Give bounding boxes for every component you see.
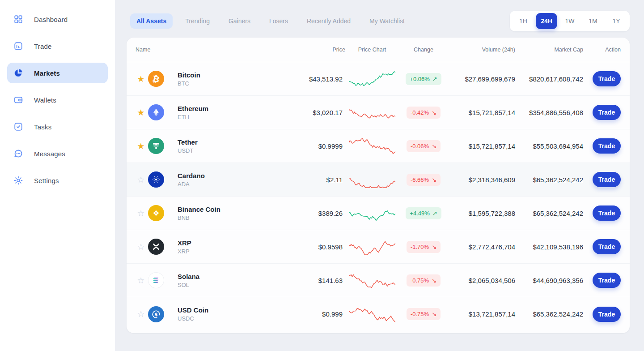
sidebar-item-trade[interactable]: Trade [7,36,108,56]
usdt-coin-icon [148,138,164,154]
price-sparkline-chart [345,136,399,156]
coin-symbol: BNB [178,214,292,221]
sidebar-item-label: Settings [34,177,59,184]
sidebar-item-tasks[interactable]: Tasks [7,116,108,137]
table-body: ★ ₿ Bitcoin BTC $43,513.92 +0.06%↗ $27,6… [127,62,630,331]
column-header-volume: Volume (24h) [448,47,515,53]
coin-name-block: XRP XRP [173,239,292,255]
price-sparkline-chart [345,270,399,291]
coin-name-block: Binance Coin BNB [173,205,292,221]
coin-price: $2.11 [292,176,345,184]
xrp-coin-icon [148,239,164,255]
change-badge: +0.06%↗ [406,73,441,85]
sidebar-item-label: Tasks [34,123,51,131]
change-badge: -0.75%↘ [407,308,441,320]
tab-recently-added[interactable]: Recently Added [301,13,357,29]
coin-name: Tether [178,138,292,146]
favorite-star-icon[interactable]: ☆ [134,243,148,251]
svg-text:$: $ [154,311,157,317]
coin-name-block: Ethereum ETH [173,105,292,120]
coin-name: Solana [178,273,292,280]
table-row-usdc: ☆ $ USD Coin USDC $0.999 -0.75%↘ $13,721… [127,297,630,331]
sidebar-item-dashboard[interactable]: Dashboard [7,9,108,30]
coin-price: $141.63 [292,277,345,284]
trade-button[interactable]: Trade [593,138,621,154]
sidebar-item-messages[interactable]: Messages [7,143,108,164]
coin-name: Ethereum [178,105,292,112]
coin-name-block: USD Coin USDC [173,306,292,322]
coin-name: Cardano [178,172,292,180]
sidebar-item-settings[interactable]: Settings [7,170,108,191]
market-cap: $42,109,538,196 [515,243,583,251]
table-row-btc: ★ ₿ Bitcoin BTC $43,513.92 +0.06%↗ $27,6… [127,62,630,96]
column-header-action: Action [583,47,621,53]
sidebar-item-markets[interactable]: Markets [7,63,108,83]
trend-arrow-icon: ↘ [432,311,436,317]
trend-arrow-icon: ↘ [432,176,436,183]
trend-arrow-icon: ↗ [432,76,437,82]
coin-name-block: Cardano ADA [173,172,292,188]
coin-symbol: ETH [178,114,292,120]
tab-trending[interactable]: Trending [179,13,216,29]
trade-button[interactable]: Trade [593,172,621,187]
usdc-coin-icon: $ [148,306,164,322]
time-range-1y[interactable]: 1Y [606,13,627,29]
trade-button[interactable]: Trade [593,307,621,322]
bnb-coin-icon: ❖ [148,205,164,221]
coin-symbol: USDC [178,315,292,322]
market-cap: $44,690,963,356 [515,277,583,284]
market-cap: $65,362,524,242 [515,310,583,318]
time-range-1w[interactable]: 1W [559,13,580,29]
change-badge: -6.66%↘ [407,174,441,186]
tab-gainers[interactable]: Gainers [222,13,257,29]
price-sparkline-chart [345,304,399,325]
trade-button[interactable]: Trade [593,105,621,120]
time-range-24h[interactable]: 24H [536,13,557,29]
coin-name: USD Coin [178,306,292,314]
coin-symbol: XRP [178,248,292,255]
favorite-star-icon[interactable]: ☆ [134,209,148,218]
sidebar: Dashboard Trade Markets [0,0,115,351]
favorite-star-icon[interactable]: ★ [134,142,148,150]
change-badge: -0.42%↘ [407,107,441,119]
wallet-icon [13,95,23,105]
eth-coin-icon [148,104,164,120]
table-row-ada: ☆ Cardano ADA $2.11 -6.66%↘ $2,318,346,6… [127,163,630,197]
tab-my-watchlist[interactable]: My Watchlist [363,13,411,29]
favorite-star-icon[interactable]: ☆ [134,310,148,318]
app-window: Dashboard Trade Markets [0,0,644,351]
volume-24h: $15,721,857,14 [448,142,515,150]
settings-gear-icon [13,176,23,185]
market-cap: $65,362,524,242 [515,210,583,217]
price-sparkline-chart [345,102,399,123]
column-header-change: Change [399,47,448,53]
trade-button[interactable]: Trade [593,239,621,254]
trend-arrow-icon: ↗ [432,210,437,217]
favorite-star-icon[interactable]: ☆ [134,176,148,184]
sidebar-item-label: Wallets [34,96,56,104]
price-sparkline-chart [345,169,399,190]
time-range-1m[interactable]: 1M [582,13,604,29]
trade-button[interactable]: Trade [593,273,621,288]
favorite-star-icon[interactable]: ★ [134,75,148,83]
change-badge: -0.75%↘ [407,274,441,287]
trade-button[interactable]: Trade [593,205,621,221]
volume-24h: $15,721,857,14 [448,109,515,116]
time-range-1h[interactable]: 1H [513,13,534,29]
column-header-price-chart: Price Chart [345,47,399,53]
coin-symbol: ADA [178,181,292,188]
coin-name: Binance Coin [178,205,292,213]
favorite-star-icon[interactable]: ★ [134,108,148,117]
coin-name-block: Solana SOL [173,273,292,288]
trend-arrow-icon: ↘ [432,109,436,116]
market-cap: $65,362,524,242 [515,176,583,184]
favorite-star-icon[interactable]: ☆ [134,276,148,285]
sidebar-item-wallets[interactable]: Wallets [7,90,108,110]
table-row-usdt: ★ Tether USDT $0.9999 -0.06%↘ $15,721,85… [127,129,630,163]
tab-all-assets[interactable]: All Assets [130,13,173,29]
trade-button[interactable]: Trade [593,71,621,86]
coin-price: $0.9598 [292,243,345,251]
main-content: All AssetsTrendingGainersLosersRecently … [115,0,644,351]
table-header: Name Price Price Chart Change Volume (24… [127,38,630,62]
tab-losers[interactable]: Losers [263,13,294,29]
